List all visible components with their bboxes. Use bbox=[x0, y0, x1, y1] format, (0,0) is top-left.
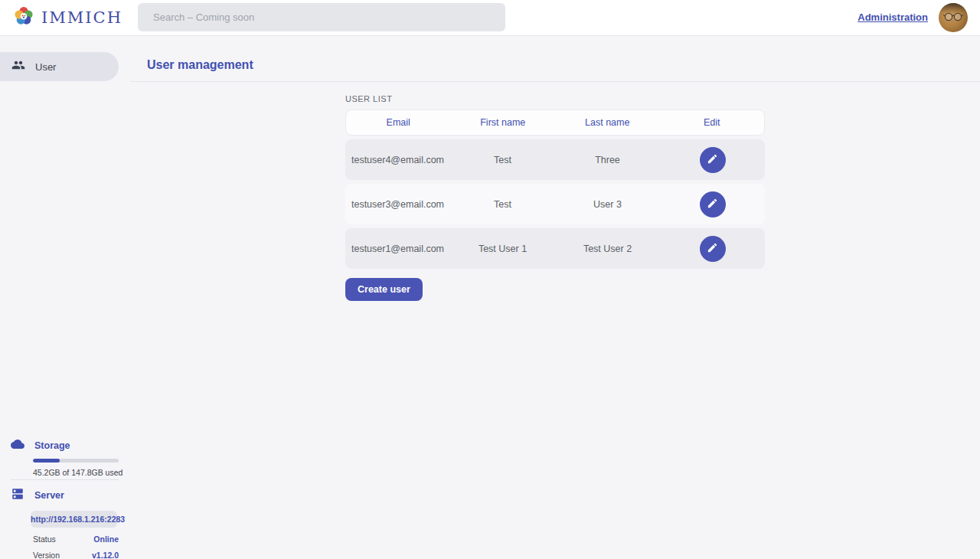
glasses-icon bbox=[943, 11, 963, 25]
table-row: testuser3@email.com Test User 3 bbox=[345, 184, 765, 224]
brand-name: IMMICH bbox=[41, 8, 122, 27]
immich-flower-icon bbox=[12, 5, 35, 31]
edit-user-button[interactable] bbox=[700, 191, 726, 217]
storage-label: Storage bbox=[34, 440, 70, 451]
status-label: Status bbox=[33, 534, 56, 544]
storage-progress-fill bbox=[33, 459, 60, 463]
cell-last-name: Three bbox=[555, 155, 660, 165]
edit-user-button[interactable] bbox=[700, 147, 726, 173]
home-logo-link[interactable]: IMMICH bbox=[12, 5, 122, 30]
page-title: User management bbox=[147, 58, 253, 72]
create-user-button[interactable]: Create user bbox=[345, 278, 423, 301]
storage-usage-text: 45.2GB of 147.8GB used bbox=[33, 468, 130, 477]
storage-progress-bar bbox=[33, 459, 119, 463]
version-value: v1.12.0 bbox=[92, 551, 119, 559]
pencil-icon bbox=[707, 242, 718, 256]
pencil-icon bbox=[707, 153, 718, 167]
table-row: testuser4@email.com Test Three bbox=[345, 139, 765, 180]
cell-email: testuser3@email.com bbox=[345, 199, 450, 210]
main-content: USER LIST Email First name Last name Edi… bbox=[130, 82, 980, 559]
cell-first-name: Test bbox=[450, 199, 555, 210]
server-label: Server bbox=[34, 490, 64, 501]
app-header: IMMICH Administration bbox=[0, 0, 980, 36]
column-header-first-name: First name bbox=[451, 117, 556, 128]
edit-user-button[interactable] bbox=[700, 236, 726, 262]
column-header-edit: Edit bbox=[660, 117, 765, 128]
sidebar-divider bbox=[11, 479, 119, 480]
cloud-icon bbox=[11, 437, 24, 454]
table-header-row: Email First name Last name Edit bbox=[345, 110, 765, 136]
table-row: testuser1@email.com Test User 1 Test Use… bbox=[345, 228, 765, 269]
pencil-icon bbox=[707, 198, 718, 211]
search-bar bbox=[138, 3, 505, 31]
search-input[interactable] bbox=[138, 3, 505, 31]
cell-last-name: User 3 bbox=[555, 199, 660, 210]
version-label: Version bbox=[33, 551, 60, 559]
group-icon bbox=[11, 58, 25, 75]
cell-first-name: Test bbox=[450, 155, 555, 165]
cell-first-name: Test User 1 bbox=[450, 244, 555, 254]
user-list-label: USER LIST bbox=[345, 94, 765, 103]
server-url-badge: http://192.168.1.216:2283 bbox=[31, 511, 117, 528]
cell-last-name: Test User 2 bbox=[555, 244, 660, 254]
dns-server-icon bbox=[11, 487, 24, 504]
column-header-last-name: Last name bbox=[555, 117, 660, 128]
column-header-email: Email bbox=[346, 117, 451, 128]
sidebar: User Storage 45.2GB of 147.8GB used Serv… bbox=[0, 36, 130, 559]
cell-email: testuser4@email.com bbox=[345, 155, 450, 165]
server-section: Server http://192.168.1.216:2283 Status … bbox=[0, 487, 130, 559]
storage-section: Storage 45.2GB of 147.8GB used bbox=[0, 437, 130, 477]
administration-link[interactable]: Administration bbox=[858, 11, 928, 23]
sidebar-item-label: User bbox=[35, 61, 56, 73]
server-status-row: Status Online bbox=[33, 534, 119, 544]
cell-email: testuser1@email.com bbox=[345, 244, 450, 254]
server-version-row: Version v1.12.0 bbox=[33, 551, 119, 559]
status-value: Online bbox=[93, 534, 119, 544]
sidebar-item-user[interactable]: User bbox=[0, 52, 119, 81]
user-avatar[interactable] bbox=[939, 3, 968, 32]
